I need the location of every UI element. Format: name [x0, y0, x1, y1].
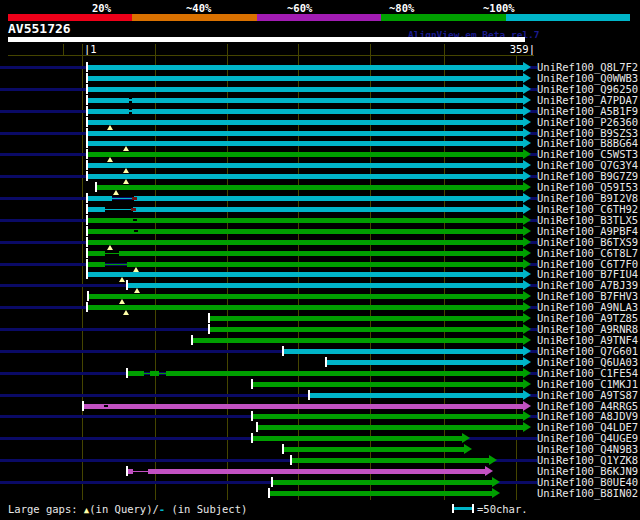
alignment-bar-segment[interactable]	[97, 185, 523, 190]
alignment-bar-arrowhead[interactable]	[523, 324, 531, 334]
alignment-bar-segment[interactable]	[193, 338, 523, 343]
alignment-bar-segment[interactable]	[88, 120, 523, 125]
alignment-bar-segment[interactable]	[284, 447, 464, 452]
alignment-bar-segment[interactable]	[88, 152, 523, 157]
alignment-bar-segment[interactable]	[88, 251, 105, 256]
alignment-bar-arrowhead[interactable]	[523, 346, 531, 356]
alignment-bar-segment[interactable]	[253, 382, 523, 387]
alignment-bar-arrowhead[interactable]	[523, 73, 531, 83]
alignment-bar-segment[interactable]	[150, 371, 159, 376]
alignment-bar-arrowhead[interactable]	[523, 204, 531, 214]
alignment-bar-arrowhead[interactable]	[523, 149, 531, 159]
alignment-bar-segment[interactable]	[89, 294, 523, 299]
alignment-bar-arrowhead[interactable]	[489, 455, 497, 465]
alignment-bar-segment[interactable]	[88, 174, 523, 179]
alignment-bar-segment[interactable]	[258, 425, 523, 430]
alignment-bar-segment[interactable]	[273, 480, 492, 485]
alignment-bar-thin-segment[interactable]	[159, 373, 166, 374]
alignment-bar-segment[interactable]	[88, 65, 523, 70]
alignment-bar-arrowhead[interactable]	[523, 411, 531, 421]
alignment-bar-segment[interactable]	[253, 414, 523, 419]
alignment-bar-arrowhead[interactable]	[523, 313, 531, 323]
alignment-bar-segment[interactable]	[210, 327, 523, 332]
alignment-bar-segment[interactable]	[88, 218, 523, 223]
alignment-bar-arrowhead[interactable]	[523, 291, 531, 301]
alignment-bar-segment[interactable]	[88, 98, 523, 103]
alignment-bar-segment[interactable]	[210, 316, 523, 321]
alignment-bar-segment[interactable]	[88, 229, 523, 234]
alignment-bar-segment[interactable]	[88, 240, 523, 245]
alignment-bar-arrowhead[interactable]	[523, 302, 531, 312]
alignment-start-tick	[95, 182, 97, 192]
hit-label[interactable]: UniRef100_B8IN02	[537, 487, 638, 499]
alignment-bar-segment[interactable]	[310, 393, 523, 398]
alignment-bar-segment[interactable]	[128, 283, 523, 288]
alignment-bar-segment[interactable]	[119, 251, 523, 256]
alignment-bar-segment[interactable]	[134, 196, 523, 201]
alignment-start-tick	[86, 248, 88, 258]
alignment-bar-arrowhead[interactable]	[523, 248, 531, 258]
alignment-bar-arrowhead[interactable]	[523, 379, 531, 389]
alignment-bar-segment[interactable]	[128, 371, 144, 376]
alignment-bar-segment[interactable]	[88, 196, 112, 201]
alignment-bar-arrowhead[interactable]	[523, 357, 531, 367]
alignment-bar-arrowhead[interactable]	[464, 444, 472, 454]
alignment-bar-thin-segment[interactable]	[133, 471, 148, 472]
alignment-bar-segment[interactable]	[88, 207, 105, 212]
alignment-bar-segment[interactable]	[166, 371, 523, 376]
alignment-bar-arrowhead[interactable]	[523, 171, 531, 181]
alignment-start-tick	[86, 106, 88, 116]
alignment-bar-arrowhead[interactable]	[523, 269, 531, 279]
alignment-start-tick	[126, 466, 128, 476]
alignment-bar-arrowhead[interactable]	[523, 182, 531, 192]
alignment-bar-arrowhead[interactable]	[523, 62, 531, 72]
alignment-bar-segment[interactable]	[88, 109, 523, 114]
alignment-bar-arrowhead[interactable]	[523, 84, 531, 94]
alignment-bar-segment[interactable]	[88, 262, 105, 267]
identity-scale-block-1	[8, 14, 132, 21]
identity-scale-block-3	[257, 14, 381, 21]
alignment-bar-arrowhead[interactable]	[523, 390, 531, 400]
alignment-bar-arrowhead[interactable]	[523, 128, 531, 138]
alignment-bar-segment[interactable]	[148, 469, 485, 474]
alignment-bar-segment[interactable]	[270, 491, 492, 496]
alignment-bar-arrowhead[interactable]	[485, 466, 493, 476]
alignment-bar-segment[interactable]	[127, 262, 523, 267]
alignment-bar-arrowhead[interactable]	[523, 117, 531, 127]
alignment-bar-segment[interactable]	[88, 163, 523, 168]
alignment-bar-arrowhead[interactable]	[523, 280, 531, 290]
alignment-bar-arrowhead[interactable]	[492, 488, 500, 498]
alignment-bar-arrowhead[interactable]	[523, 95, 531, 105]
alignment-bar-segment[interactable]	[327, 360, 523, 365]
alignment-bar-arrowhead[interactable]	[523, 138, 531, 148]
alignment-bar-segment[interactable]	[253, 436, 462, 441]
alignment-bar-segment[interactable]	[284, 349, 523, 354]
alignment-bar-arrowhead[interactable]	[523, 226, 531, 236]
ruler-tick	[227, 44, 228, 55]
alignment-bar-arrowhead[interactable]	[523, 106, 531, 116]
alignment-bar-segment[interactable]	[88, 76, 523, 81]
alignment-bar-thin-segment[interactable]	[112, 198, 134, 199]
alignment-bar-thin-segment[interactable]	[105, 209, 133, 210]
alignment-bar-arrowhead[interactable]	[523, 401, 531, 411]
alignment-bar-segment[interactable]	[88, 141, 523, 146]
alignment-bar-thin-segment[interactable]	[105, 253, 119, 254]
alignment-bar-arrowhead[interactable]	[462, 433, 470, 443]
alignment-bar-segment[interactable]	[88, 272, 523, 277]
alignment-bar-arrowhead[interactable]	[523, 335, 531, 345]
alignment-bar-segment[interactable]	[88, 87, 523, 92]
alignment-bar-segment[interactable]	[84, 404, 523, 409]
alignment-bar-arrowhead[interactable]	[523, 193, 531, 203]
alignment-bar-arrowhead[interactable]	[523, 215, 531, 225]
alignment-bar-segment[interactable]	[88, 131, 523, 136]
alignment-bar-arrowhead[interactable]	[523, 259, 531, 269]
alignment-bar-arrowhead[interactable]	[523, 160, 531, 170]
alignment-bar-segment[interactable]	[88, 305, 523, 310]
alignment-bar-arrowhead[interactable]	[523, 422, 531, 432]
alignment-bar-thin-segment[interactable]	[105, 264, 127, 265]
alignment-bar-arrowhead[interactable]	[492, 477, 500, 487]
alignment-bar-segment[interactable]	[133, 207, 523, 212]
alignment-bar-segment[interactable]	[292, 458, 489, 463]
alignment-bar-arrowhead[interactable]	[523, 237, 531, 247]
alignment-bar-arrowhead[interactable]	[523, 368, 531, 378]
